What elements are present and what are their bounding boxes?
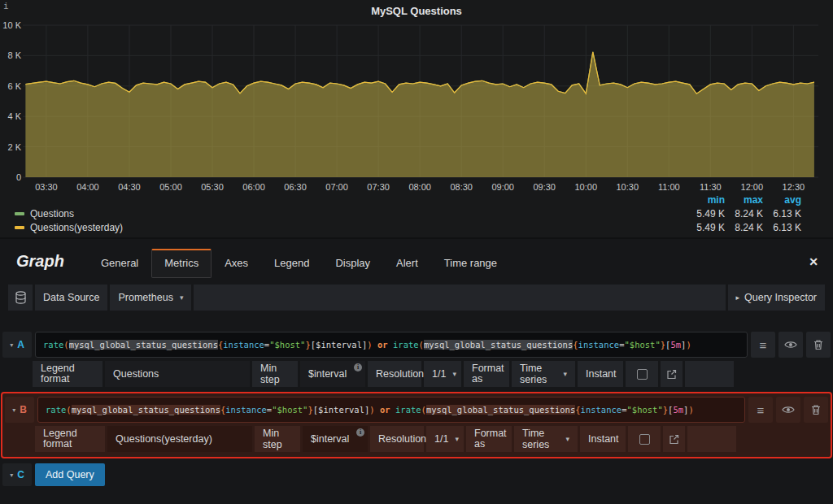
- x-tick-label: 11:30: [692, 182, 728, 192]
- query-letter: B: [20, 404, 27, 415]
- instant-label: Instant: [580, 426, 626, 452]
- query-row-a: ▾ A rate(mysql_global_status_questions{i…: [2, 332, 831, 358]
- resolution-label: Resolution: [368, 361, 421, 387]
- y-tick-label: 0: [0, 172, 21, 182]
- legend-min-value: 5.49 K: [687, 208, 725, 219]
- tab-legend[interactable]: Legend: [261, 249, 322, 278]
- x-tick-label: 04:00: [70, 182, 106, 192]
- query-visibility-eye-icon[interactable]: [776, 397, 800, 423]
- add-query-button[interactable]: Add Query: [35, 463, 105, 486]
- format-as-value: Time series: [520, 363, 556, 385]
- y-tick-label: 2 K: [0, 142, 21, 152]
- grafana-screen: i MySQL Questions 02 K4 K6 K8 K10 K 03:3…: [0, 0, 833, 504]
- datasource-spacer: [194, 285, 725, 311]
- share-query-icon[interactable]: [661, 361, 683, 387]
- datasource-label: Data Source: [35, 285, 107, 311]
- x-tick-label: 08:00: [402, 182, 438, 192]
- chevron-down-icon: ▾: [563, 370, 567, 378]
- instant-checkbox-a[interactable]: [637, 369, 648, 380]
- x-tick-label: 03:30: [28, 182, 64, 192]
- query-inspector-button[interactable]: ▸ Query Inspector: [728, 285, 825, 311]
- legend-min-value: 5.49 K: [687, 222, 725, 233]
- add-query-row: ▾ C Add Query: [2, 463, 831, 486]
- min-step-label: Min step: [252, 361, 298, 387]
- x-tick-label: 12:30: [775, 182, 811, 192]
- format-as-select-a[interactable]: Time series▾: [512, 361, 575, 387]
- query-section-a: ▾ A rate(mysql_global_status_questions{i…: [0, 332, 833, 387]
- legend-series-toggle[interactable]: Questions(yesterday): [15, 222, 687, 233]
- legend-format-label: Legend format: [41, 363, 94, 385]
- legend-series-row: Questions(yesterday)5.49 K8.24 K6.13 K: [15, 220, 801, 234]
- database-icon: [8, 285, 33, 311]
- query-visibility-eye-icon[interactable]: [778, 332, 803, 358]
- query-options-a: Legend format Questions Min step $interv…: [33, 361, 831, 387]
- datasource-select[interactable]: Prometheus ▾: [110, 285, 191, 311]
- options-filler: [687, 426, 736, 452]
- x-tick-label: 09:00: [485, 182, 521, 192]
- x-tick-label: 05:30: [194, 182, 230, 192]
- query-menu-icon[interactable]: ≡: [751, 332, 775, 358]
- resolution-label: Resolution: [370, 426, 424, 452]
- x-tick-label: 09:30: [526, 182, 562, 192]
- legend-sort-max[interactable]: max: [725, 194, 763, 206]
- min-step-input-b[interactable]: $intervali: [303, 426, 368, 452]
- legend-format-label: Legend format: [43, 428, 97, 450]
- query-collapse-b[interactable]: ▾ B: [5, 397, 34, 423]
- datasource-row: Data Source Prometheus ▾ ▸ Query Inspect…: [8, 285, 825, 311]
- format-as-select-b[interactable]: Time series▾: [514, 426, 578, 452]
- x-tick-label: 06:30: [277, 182, 313, 192]
- query-letter: A: [17, 339, 24, 350]
- format-as-label: Format as: [474, 428, 507, 450]
- y-tick-label: 6 K: [0, 81, 21, 91]
- x-tick-label: 10:00: [568, 182, 604, 192]
- instant-checkbox-b[interactable]: [639, 434, 650, 445]
- resolution-value: 1/1: [432, 368, 446, 380]
- x-tick-label: 05:00: [153, 182, 189, 192]
- query-delete-trash-icon[interactable]: [806, 332, 831, 358]
- editor-header: Graph GeneralMetricsAxesLegendDisplayAle…: [0, 239, 833, 285]
- query-collapse-a[interactable]: ▾ A: [2, 332, 32, 358]
- chevron-down-icon: ▾: [180, 293, 184, 302]
- tab-time-range[interactable]: Time range: [431, 249, 510, 278]
- query-options-b: Legend format Questions(yesterday) Min s…: [35, 426, 828, 452]
- panel-editor: Graph GeneralMetricsAxesLegendDisplayAle…: [0, 237, 833, 504]
- x-tick-label: 06:00: [236, 182, 272, 192]
- format-as-value: Time series: [522, 428, 559, 450]
- chevron-down-icon: ▾: [452, 370, 456, 378]
- datasource-value: Prometheus: [118, 292, 172, 303]
- info-icon: i: [356, 428, 364, 437]
- query-expression-a[interactable]: rate(mysql_global_status_questions{insta…: [35, 332, 748, 358]
- legend-sort-min[interactable]: min: [687, 194, 725, 206]
- resolution-select-a[interactable]: 1/1▾: [424, 361, 461, 387]
- chevron-down-icon: ▾: [455, 435, 459, 443]
- resolution-select-b[interactable]: 1/1▾: [426, 426, 464, 452]
- query-row-b: ▾ B rate(mysql_global_status_questions{i…: [5, 397, 828, 423]
- y-tick-label: 8 K: [0, 50, 21, 60]
- series-color-swatch: [15, 212, 24, 215]
- legend-avg-value: 6.13 K: [763, 208, 801, 219]
- legend-format-input-a[interactable]: Questions: [105, 361, 250, 387]
- legend-sort-avg[interactable]: avg: [763, 194, 801, 206]
- format-as-label: Format as: [472, 363, 504, 385]
- close-icon[interactable]: ✕: [809, 255, 818, 268]
- query-section-b-highlighted: ▾ B rate(mysql_global_status_questions{i…: [1, 392, 832, 458]
- chevron-down-icon: ▾: [10, 341, 13, 349]
- legend-series-toggle[interactable]: Questions: [15, 208, 687, 219]
- tab-metrics[interactable]: Metrics: [151, 249, 212, 278]
- tab-alert[interactable]: Alert: [383, 249, 431, 278]
- tab-display[interactable]: Display: [322, 249, 383, 278]
- query-collapse-c[interactable]: ▾ C: [2, 463, 32, 486]
- x-tick-label: 07:30: [360, 182, 396, 192]
- min-step-input-a[interactable]: $intervali: [300, 361, 365, 387]
- query-expression-b[interactable]: rate(mysql_global_status_questions{insta…: [37, 397, 745, 423]
- query-list: ▾ A rate(mysql_global_status_questions{i…: [0, 332, 833, 486]
- query-delete-trash-icon[interactable]: [804, 397, 828, 423]
- tab-axes[interactable]: Axes: [212, 249, 261, 278]
- tab-general[interactable]: General: [88, 249, 151, 278]
- legend-format-input-b[interactable]: Questions(yesterday): [107, 426, 252, 452]
- share-query-icon[interactable]: [663, 426, 685, 452]
- graph-panel: i MySQL Questions 02 K4 K6 K8 K10 K 03:3…: [0, 0, 833, 237]
- query-menu-icon[interactable]: ≡: [748, 397, 773, 423]
- options-filler: [685, 361, 734, 387]
- x-tick-label: 07:00: [319, 182, 355, 192]
